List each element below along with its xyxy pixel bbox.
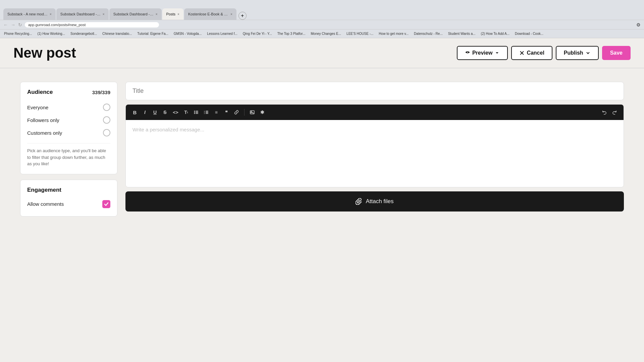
tab-2[interactable]: Substack Dashboard - Leon's... × (109, 8, 162, 20)
tab-3-close[interactable]: × (177, 12, 179, 16)
audience-option-customers[interactable]: Customers only (27, 126, 110, 139)
tab-4[interactable]: Kostenlose E-Book & Newsls... × (184, 8, 236, 20)
audience-everyone-radio[interactable] (103, 104, 110, 111)
bookmark-2[interactable]: Sonderangebotl... (69, 31, 98, 36)
quote-button[interactable]: ❝ (222, 108, 231, 117)
settings-icon[interactable]: ⚙ (636, 22, 641, 27)
svg-point-2 (194, 111, 195, 112)
publish-button[interactable]: Publish (556, 46, 599, 60)
image-icon (250, 110, 255, 115)
svg-text:3.: 3. (204, 113, 205, 114)
engagement-title: Engagement (27, 187, 61, 193)
preview-label: Preview (472, 50, 492, 56)
svg-rect-13 (206, 113, 208, 114)
browser-tabs-bar: Substack - A new model for p... × Substa… (0, 0, 644, 20)
x-icon (519, 50, 525, 56)
svg-point-4 (194, 112, 195, 113)
tab-2-close[interactable]: × (156, 12, 158, 16)
bookmark-11[interactable]: How to get more v... (377, 31, 410, 36)
save-label: Save (610, 50, 623, 56)
allow-comments-checkbox[interactable] (102, 200, 110, 208)
ordered-list-button[interactable]: 1.2.3. (202, 108, 211, 117)
title-input[interactable] (125, 82, 624, 100)
bookmarks-bar: Phone Recycling... (1) How Working... So… (0, 29, 644, 38)
nav-forward[interactable]: → (11, 22, 15, 27)
audience-followers-radio[interactable] (103, 116, 110, 124)
code-button[interactable]: <> (171, 108, 180, 117)
bookmark-12[interactable]: Datenschutz - Re... (413, 31, 444, 36)
header-actions: Preview Cancel Publish Save (457, 46, 631, 60)
tab-0-close[interactable]: × (50, 12, 52, 16)
preview-button[interactable]: Preview (457, 46, 508, 60)
bookmark-4[interactable]: Tutorial: Eigene Fa... (136, 31, 169, 36)
undo-button[interactable] (600, 108, 609, 117)
align-button[interactable]: ≡ (212, 108, 221, 117)
tab-4-label: Kostenlose E-Book & Newsls... (188, 12, 228, 16)
underline-button[interactable]: U (151, 108, 159, 117)
publish-label: Publish (564, 50, 583, 56)
tab-2-label: Substack Dashboard - Leon's... (113, 12, 154, 16)
editor-area: B I U S <> Tt 1.2.3. ≡ ❝ (125, 82, 624, 212)
bookmark-9[interactable]: Money Changes E... (309, 31, 342, 36)
audience-section: Audience 339/339 Everyone Followers only… (20, 82, 117, 174)
attach-icon (356, 198, 362, 205)
bookmark-8[interactable]: The Top 3 Platfor... (276, 31, 307, 36)
sparkle-button[interactable]: ✱ (258, 108, 267, 117)
bookmark-14[interactable]: (2) How To Add A... (480, 31, 511, 36)
audience-customers-radio[interactable] (103, 129, 110, 136)
new-tab-button[interactable]: + (238, 12, 247, 20)
tab-1-label: Substack Dashboard - Leon's... (60, 12, 101, 16)
tab-0[interactable]: Substack - A new model for p... × (3, 8, 56, 20)
text-size-button[interactable]: Tt (182, 108, 191, 117)
audience-option-followers[interactable]: Followers only (27, 114, 110, 126)
ordered-list-icon: 1.2.3. (204, 110, 209, 115)
bookmark-7[interactable]: Qing Fei De Yi - Y... (241, 31, 273, 36)
engagement-section: Engagement Allow comments (20, 180, 117, 217)
audience-option-everyone[interactable]: Everyone (27, 101, 110, 114)
allow-comments-row: Allow comments (27, 199, 110, 209)
audience-followers-label: Followers only (27, 117, 59, 123)
attach-label: Attach files (366, 198, 393, 205)
cancel-button[interactable]: Cancel (511, 46, 552, 60)
eye-icon (465, 50, 470, 56)
bookmark-10[interactable]: LEE'S HOUSE -... (345, 31, 375, 36)
attach-files-button[interactable]: Attach files (125, 191, 624, 212)
nav-back[interactable]: ← (3, 22, 8, 27)
toolbar-divider-1 (244, 109, 245, 116)
link-button[interactable] (232, 108, 241, 117)
redo-button[interactable] (610, 108, 619, 117)
audience-hint: Pick an audience type, and you'll be abl… (27, 147, 110, 167)
nav-refresh[interactable]: ↻ (18, 22, 22, 27)
bookmark-1[interactable]: (1) How Working... (36, 31, 66, 36)
audience-title: Audience (27, 89, 53, 96)
editor-toolbar: B I U S <> Tt 1.2.3. ≡ ❝ (126, 105, 624, 120)
italic-button[interactable]: I (141, 108, 149, 117)
bookmark-3[interactable]: Chinese translatio... (101, 31, 133, 36)
address-bar: ← → ↻ app.gumroad.com/posts#new_post ⚙ (0, 20, 644, 29)
bookmark-15[interactable]: Download - Cook... (514, 31, 545, 36)
bookmark-13[interactable]: Student Wants a... (447, 31, 477, 36)
tab-3[interactable]: Posts × (162, 8, 183, 20)
save-button[interactable]: Save (602, 46, 631, 60)
link-icon (234, 110, 239, 115)
bookmark-6[interactable]: Lessons Learned f... (206, 31, 239, 36)
strikethrough-button[interactable]: S (161, 108, 169, 117)
bullet-list-button[interactable] (192, 108, 201, 117)
redo-icon (612, 110, 617, 115)
engagement-header: Engagement (27, 187, 110, 193)
editor-container: B I U S <> Tt 1.2.3. ≡ ❝ (125, 104, 624, 187)
svg-rect-9 (206, 111, 208, 112)
audience-count: 339/339 (92, 89, 110, 95)
tab-1[interactable]: Substack Dashboard - Leon's... × (56, 8, 109, 20)
page-title: New post (13, 45, 76, 61)
audience-header: Audience 339/339 (27, 89, 110, 96)
bookmark-5[interactable]: GMSN - Vologda... (172, 31, 203, 36)
bold-button[interactable]: B (130, 108, 139, 117)
url-input[interactable]: app.gumroad.com/posts#new_post (25, 22, 159, 27)
image-button[interactable] (248, 108, 257, 117)
bookmark-0[interactable]: Phone Recycling... (3, 31, 33, 36)
audience-everyone-label: Everyone (27, 105, 48, 110)
tab-1-close[interactable]: × (103, 12, 105, 16)
tab-4-close[interactable]: × (230, 12, 232, 16)
editor-body[interactable]: Write a personalized message... (126, 120, 624, 187)
